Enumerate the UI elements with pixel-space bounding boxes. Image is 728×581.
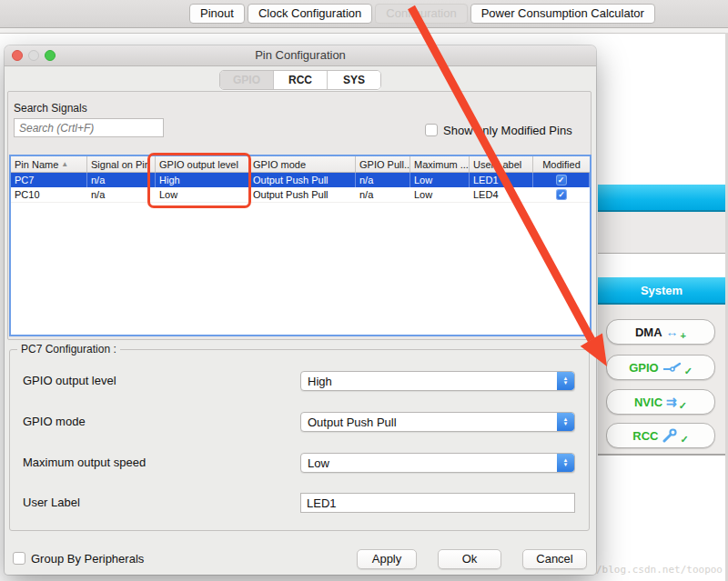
tab-power-consumption-calculator[interactable]: Power Consumption Calculator <box>470 4 655 24</box>
user-label-input[interactable] <box>300 493 575 513</box>
nvic-arrows-icon: ⇉ <box>666 397 677 406</box>
rcc-button-label: RCC <box>632 429 658 443</box>
column-header-pin-name[interactable]: Pin Name ▲ <box>11 156 87 172</box>
configured-check-icon: ✓ <box>679 400 687 412</box>
gpio-pin-icon <box>662 362 682 373</box>
chevron-updown-icon: ▲▼ <box>557 413 574 431</box>
search-signals-label: Search Signals <box>14 102 87 115</box>
column-header-signal-on-pin[interactable]: Signal on Pin <box>87 156 156 172</box>
add-plus-icon: + <box>681 330 686 341</box>
gpio-output-level-select[interactable]: High ▲▼ <box>300 371 575 391</box>
modified-checkbox[interactable]: ✓ <box>556 175 567 185</box>
gpio-mode-select[interactable]: Output Push Pull ▲▼ <box>300 412 575 432</box>
column-header-gpio-pull[interactable]: GPIO Pull... <box>356 156 410 172</box>
background-panel <box>598 212 725 254</box>
tab-pinout[interactable]: Pinout <box>189 4 245 24</box>
dma-transfer-icon: ↔ <box>666 327 679 336</box>
nvic-button-label: NVIC <box>634 396 662 409</box>
table-row-pc10[interactable]: PC10 n/a Low Output Push Pull n/a Low LE… <box>11 187 590 203</box>
tab-clock-configuration[interactable]: Clock Configuration <box>248 4 372 24</box>
gpio-output-level-label: GPIO output level <box>23 374 116 387</box>
user-label-label: User Label <box>23 496 80 509</box>
view-tabs: Pinout Clock Configuration Configuration… <box>189 4 655 24</box>
column-header-modified[interactable]: Modified <box>533 156 590 172</box>
column-header-user-label[interactable]: User Label <box>470 156 533 172</box>
gpio-button-label: GPIO <box>629 361 659 375</box>
table-row-pc7[interactable]: PC7 n/a High Output Push Pull n/a Low LE… <box>11 173 590 187</box>
tab-rcc[interactable]: RCC <box>274 71 328 89</box>
show-only-modified-pins-label: Show only Modified Pins <box>443 124 572 137</box>
search-input[interactable] <box>14 118 164 137</box>
toolbar-divider <box>0 28 728 34</box>
background-section-header <box>598 185 725 212</box>
configured-check-icon: ✓ <box>680 434 688 446</box>
pin-configuration-dialog: Pin Configuration GPIO RCC SYS Search Si… <box>5 45 596 575</box>
nvic-button[interactable]: NVIC ⇉ ✓ <box>606 389 715 415</box>
dma-button-label: DMA <box>635 326 662 339</box>
group-by-peripherals-checkbox[interactable] <box>13 552 25 565</box>
modified-checkbox[interactable]: ✓ <box>556 189 567 200</box>
gpio-mode-label: GPIO mode <box>23 415 86 428</box>
show-only-modified-pins-checkbox[interactable] <box>425 124 438 136</box>
chevron-updown-icon: ▲▼ <box>557 372 574 390</box>
apply-button[interactable]: Apply <box>357 549 417 569</box>
gpio-button[interactable]: GPIO ✓ <box>606 355 715 380</box>
dialog-title: Pin Configuration <box>5 45 596 65</box>
pin-table-header: Pin Name ▲ Signal on Pin GPIO output lev… <box>11 156 590 173</box>
maximum-output-speed-label: Maximum output speed <box>23 456 146 469</box>
sort-ascending-icon: ▲ <box>61 157 68 172</box>
maximum-output-speed-select[interactable]: Low ▲▼ <box>300 453 575 473</box>
configured-check-icon: ✓ <box>684 366 693 377</box>
tab-configuration[interactable]: Configuration <box>375 4 467 24</box>
column-header-maximum-speed[interactable]: Maximum ... <box>410 156 470 172</box>
system-panel-header: System <box>598 277 725 305</box>
cancel-button[interactable]: Cancel <box>522 549 587 569</box>
pin-table[interactable]: Pin Name ▲ Signal on Pin GPIO output lev… <box>9 155 592 336</box>
dma-button[interactable]: DMA ↔ + <box>606 319 715 345</box>
chevron-updown-icon: ▲▼ <box>557 454 574 472</box>
group-by-peripherals-label: Group By Peripherals <box>31 552 144 566</box>
ok-button[interactable]: Ok <box>438 549 501 569</box>
column-highlight-annotation <box>147 153 251 208</box>
rcc-wrench-icon <box>662 428 678 443</box>
column-header-gpio-mode[interactable]: GPIO mode <box>249 156 356 172</box>
peripheral-tabs: GPIO RCC SYS <box>219 70 381 90</box>
tab-gpio[interactable]: GPIO <box>220 71 274 89</box>
tab-sys[interactable]: SYS <box>328 71 380 89</box>
pc7-configuration-legend: PC7 Configuration : <box>17 343 120 356</box>
rcc-button[interactable]: RCC ✓ <box>606 423 715 448</box>
